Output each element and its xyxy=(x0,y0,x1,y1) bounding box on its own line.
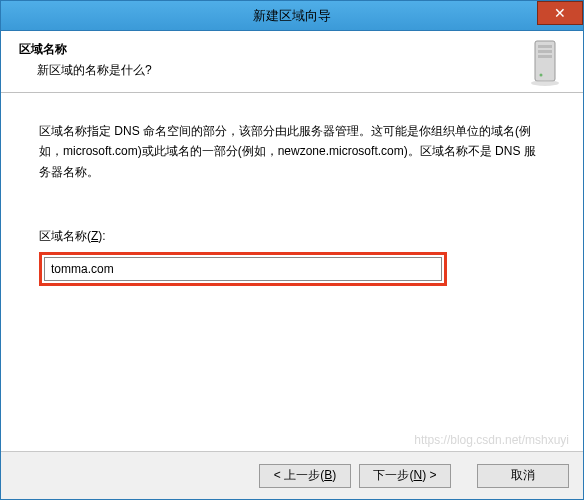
wizard-window: 新建区域向导 ✕ 区域名称 新区域的名称是什么? 区域名称指定 DNS 命名空间… xyxy=(0,0,584,500)
close-button[interactable]: ✕ xyxy=(537,1,583,25)
header-title: 区域名称 xyxy=(19,41,565,58)
svg-rect-3 xyxy=(538,55,552,58)
watermark: https://blog.csdn.net/mshxuyi xyxy=(414,433,569,447)
next-button[interactable]: 下一步(N) > xyxy=(359,464,451,488)
button-bar: < 上一步(B) 下一步(N) > 取消 xyxy=(1,451,583,499)
svg-rect-2 xyxy=(538,50,552,53)
titlebar: 新建区域向导 ✕ xyxy=(1,1,583,31)
svg-point-4 xyxy=(540,74,543,77)
zone-name-label: 区域名称(Z): xyxy=(39,226,545,246)
input-highlight xyxy=(39,252,447,286)
close-icon: ✕ xyxy=(554,5,566,21)
svg-rect-1 xyxy=(538,45,552,48)
wizard-content: 区域名称指定 DNS 命名空间的部分，该部分由此服务器管理。这可能是你组织单位的… xyxy=(1,93,583,296)
svg-point-5 xyxy=(531,80,559,86)
cancel-button[interactable]: 取消 xyxy=(477,464,569,488)
header-subtitle: 新区域的名称是什么? xyxy=(37,62,565,79)
back-button[interactable]: < 上一步(B) xyxy=(259,464,351,488)
window-title: 新建区域向导 xyxy=(253,7,331,25)
zone-name-input[interactable] xyxy=(44,257,442,281)
server-icon xyxy=(527,39,563,87)
wizard-header: 区域名称 新区域的名称是什么? xyxy=(1,31,583,93)
description-text: 区域名称指定 DNS 命名空间的部分，该部分由此服务器管理。这可能是你组织单位的… xyxy=(39,121,545,182)
